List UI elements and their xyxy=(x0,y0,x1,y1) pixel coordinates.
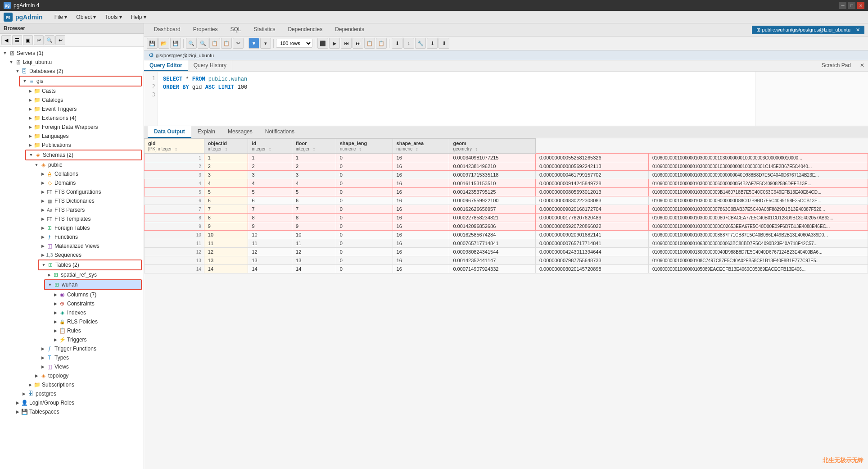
table-row[interactable]: 99990160.001420968526860.000000005920720… xyxy=(145,222,868,231)
toolbar-copy2[interactable]: 📋 xyxy=(364,38,375,49)
browser-btn-cut[interactable]: ✂ xyxy=(34,35,44,45)
tree-triggers[interactable]: ▶ ⚡ Triggers xyxy=(50,335,144,344)
cell-id[interactable]: 6 xyxy=(292,196,336,205)
cell-objectid[interactable]: 3 xyxy=(248,171,292,179)
cell-geom[interactable]: 010600000010000001030000000C02653EEA67E5… xyxy=(648,222,868,231)
col-shape-leng-sort[interactable]: ↕ xyxy=(359,146,362,151)
cell-shape-area2[interactable]: 0.000000007987755648733 xyxy=(535,256,648,265)
browser-btn-menu[interactable]: ☰ xyxy=(12,35,22,45)
table-row[interactable]: 55550160.001423537951250.000000000805693… xyxy=(145,188,868,196)
cell-gid[interactable]: 11 xyxy=(204,239,248,248)
cell-floor[interactable]: 0 xyxy=(336,222,393,231)
minimize-button[interactable]: ─ xyxy=(839,2,846,9)
col-gid[interactable]: gid [PK] integer ↕ xyxy=(145,139,204,154)
menu-tools[interactable]: Tools ▾ xyxy=(100,12,126,22)
tree-columns[interactable]: ▶ ◉ Columns (7) xyxy=(50,290,144,299)
cell-shape-area2[interactable]: 0.000000000805692242113 xyxy=(535,162,648,171)
tab-data-output[interactable]: Data Output xyxy=(148,126,191,138)
cell-objectid[interactable]: 12 xyxy=(248,248,292,256)
cell-geom[interactable]: 01060000001000000105089EACECFB13E4060C05… xyxy=(648,265,868,273)
cell-shape-leng[interactable]: 16 xyxy=(393,222,449,231)
cell-shape-area[interactable]: 0.00162626656957 xyxy=(449,205,535,214)
cell-geom[interactable]: 010600000010000001030000007863C0BAB37E5C… xyxy=(648,205,868,214)
cell-shape-area2[interactable]: 0.000000000461799157702 xyxy=(535,171,648,179)
toolbar-filter[interactable]: ▼ xyxy=(249,38,259,49)
cell-id[interactable]: 5 xyxy=(292,188,336,196)
tree-public[interactable]: ▼ ◈ public xyxy=(32,160,144,169)
col-shape-leng[interactable]: shape_leng numeric ↕ xyxy=(336,139,393,154)
col-objectid-sort[interactable]: ↕ xyxy=(225,146,227,151)
cell-id[interactable]: 10 xyxy=(292,231,336,239)
data-table-container[interactable]: gid [PK] integer ↕ objectid integer ↕ id xyxy=(144,138,868,469)
tree-types[interactable]: ▶ T Types xyxy=(38,353,144,362)
toolbar-export2[interactable]: ⬇ xyxy=(439,38,449,49)
toolbar-copy[interactable]: 📋 xyxy=(209,38,220,49)
tree-sequences[interactable]: ▶ 1,3 Sequences xyxy=(38,250,144,260)
col-id-sort[interactable]: ↕ xyxy=(269,146,271,151)
cell-floor[interactable]: 0 xyxy=(336,248,393,256)
cell-objectid[interactable]: 5 xyxy=(248,188,292,196)
cell-shape-area[interactable]: 0.000765717714841 xyxy=(449,239,535,248)
toolbar-export[interactable]: ⬇ xyxy=(427,38,438,49)
cell-shape-area[interactable]: 0.000227858234821 xyxy=(449,214,535,222)
cell-geom[interactable]: 010600000010000001030000006000000054B2AF… xyxy=(648,179,868,188)
cell-shape-leng[interactable]: 16 xyxy=(393,171,449,179)
toolbar-stop[interactable]: ⬛ xyxy=(317,38,328,49)
code-area[interactable]: SELECT * FROM public.wuhan ORDER BY gid … xyxy=(158,72,755,126)
tree-fts-parsers[interactable]: ▶ Aa FTS Parsers xyxy=(38,205,144,214)
table-row[interactable]: 101010100160.001625856742840.00000000902… xyxy=(145,231,868,239)
col-gid-sort[interactable]: ↕ xyxy=(175,146,177,151)
cell-shape-area2[interactable]: 0.000000000765717714841 xyxy=(535,239,648,248)
toolbar-forward[interactable]: ⏭ xyxy=(353,38,363,49)
tree-rls-policies[interactable]: ▶ 🔒 RLS Policies xyxy=(50,317,144,326)
table-row[interactable]: 11110160.0003409810772150.00000000055258… xyxy=(145,154,868,162)
tree-indexes[interactable]: ▶ ◈ Indexes xyxy=(50,308,144,317)
cell-shape-leng[interactable]: 16 xyxy=(393,188,449,196)
tab-query-editor[interactable]: Query Editor xyxy=(144,60,188,71)
table-row[interactable]: 66660160.0009675599221000.00000000483022… xyxy=(145,196,868,205)
cell-shape-leng[interactable]: 16 xyxy=(393,214,449,222)
menu-help[interactable]: Help ▾ xyxy=(127,12,151,22)
tree-fdw[interactable]: ▶ 📁 Foreign Data Wrappers xyxy=(25,123,144,132)
tree-casts[interactable]: ▶ 📁 Casts xyxy=(25,87,144,96)
cell-gid[interactable]: 2 xyxy=(204,162,248,171)
cell-gid[interactable]: 1 xyxy=(204,154,248,162)
tab-properties[interactable]: Properties xyxy=(187,23,224,36)
tree-fts-dict[interactable]: ▶ ▦ FTS Dictionaries xyxy=(38,196,144,205)
cell-objectid[interactable]: 13 xyxy=(248,256,292,265)
tab-messages[interactable]: Messages xyxy=(222,126,259,138)
cell-floor[interactable]: 0 xyxy=(336,214,393,222)
tree-languages[interactable]: ▶ 📁 Languages xyxy=(25,132,144,141)
tree-login-roles[interactable]: ▶ 👤 Login/Group Roles xyxy=(13,398,144,407)
tree-views[interactable]: ▶ ◫ Views xyxy=(38,362,144,371)
cell-id[interactable]: 12 xyxy=(292,248,336,256)
table-row[interactable]: 121212120160.0009808243415440.0000000042… xyxy=(145,248,868,256)
col-objectid[interactable]: objectid integer ↕ xyxy=(204,139,248,154)
cell-gid[interactable]: 3 xyxy=(204,171,248,179)
cell-gid[interactable]: 5 xyxy=(204,188,248,196)
close-button[interactable]: ✕ xyxy=(857,2,864,9)
toolbar-download[interactable]: ⬇ xyxy=(392,38,402,49)
tree-servers[interactable]: ▼ 🖥 Servers (1) xyxy=(0,49,144,58)
browser-btn-refresh[interactable]: ↩ xyxy=(55,35,65,45)
cell-shape-leng[interactable]: 16 xyxy=(393,205,449,214)
cell-shape-area[interactable]: 0.000340981077215 xyxy=(449,154,535,162)
tree-extensions[interactable]: ▶ 📁 Extensions (4) xyxy=(25,114,144,123)
table-row[interactable]: 141414140160.0007149079243320.0000000030… xyxy=(145,265,868,273)
browser-btn-grid[interactable]: ▣ xyxy=(23,35,33,45)
tree-postgres-db[interactable]: ▶ 🗄 postgres xyxy=(19,389,144,398)
cell-geom[interactable]: 010600000010000001030000000807CBACEA77E5… xyxy=(648,214,868,222)
browser-btn-search[interactable]: 🔍 xyxy=(45,35,54,45)
tree-domains[interactable]: ▶ ◇ Domains xyxy=(38,178,144,187)
cell-objectid[interactable]: 2 xyxy=(248,162,292,171)
cell-geom[interactable]: 0106000000100000010300000010300000001000… xyxy=(648,162,868,171)
cell-gid[interactable]: 14 xyxy=(204,265,248,273)
tree-collations[interactable]: ▶ A̲ Collations xyxy=(38,169,144,178)
cell-gid[interactable]: 4 xyxy=(204,179,248,188)
cell-shape-leng[interactable]: 16 xyxy=(393,162,449,171)
toolbar-filter-dropdown[interactable]: ▾ xyxy=(260,38,271,49)
tree-functions[interactable]: ▶ ƒ Functions xyxy=(38,232,144,241)
maximize-button[interactable]: □ xyxy=(848,2,855,9)
toolbar-save2[interactable]: 💾 xyxy=(170,38,181,49)
cell-id[interactable]: 13 xyxy=(292,256,336,265)
